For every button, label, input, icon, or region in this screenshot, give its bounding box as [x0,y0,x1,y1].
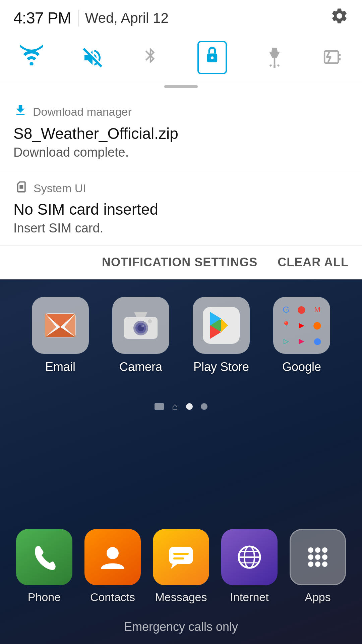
notification-download[interactable]: Download manager S8_Weather_Official.zip… [0,93,362,170]
app-email[interactable]: Email [30,297,90,374]
dock-contacts[interactable]: Contacts [82,529,143,604]
drag-handle [0,81,362,93]
page-menu-dot [155,403,164,410]
app-google-folder[interactable]: G ⬤ M 📍 ▶ ⬤ ▷ ▶ ⬤ Google [272,297,332,374]
status-date: Wed, April 12 [85,10,169,26]
svg-rect-52 [22,185,23,187]
svg-point-38 [308,561,313,567]
clear-all-button[interactable]: CLEAR ALL [278,255,349,269]
sim-body: Insert SIM card. [13,221,349,235]
download-title: S8_Weather_Official.zip [13,124,349,143]
dock: Phone Contacts Messages [0,529,362,604]
svg-line-46 [270,64,272,66]
page-dot-active [186,403,193,410]
time-date-divider [78,10,78,26]
svg-point-36 [315,554,320,560]
notification-sim[interactable]: System UI No SIM card inserted Insert SI… [0,170,362,246]
status-bar: 4:37 PM Wed, April 12 [0,0,362,34]
svg-line-47 [278,64,280,66]
contacts-icon [84,529,141,585]
svg-point-22 [107,547,119,559]
svg-point-39 [315,561,320,567]
drag-handle-bar [164,85,198,88]
svg-marker-11 [134,312,147,317]
svg-point-34 [322,547,327,553]
svg-point-15 [141,325,144,327]
svg-rect-51 [19,185,22,187]
google-folder-icon: G ⬤ M 📍 ▶ ⬤ ▷ ▶ ⬤ [273,297,330,354]
sim-app-icon [13,180,28,196]
screenlock-toggle[interactable] [197,41,227,74]
mute-toggle[interactable] [81,47,104,68]
download-body: Download complete. [13,145,349,160]
dock-internet[interactable]: Internet [219,529,280,604]
messages-icon [153,529,209,585]
phone-label: Phone [28,591,61,604]
contacts-label: Contacts [90,591,135,604]
app-camera[interactable]: Camera [111,297,171,374]
svg-point-37 [322,554,327,560]
camera-label: Camera [119,360,162,374]
battery-saver-toggle[interactable] [322,46,342,69]
app-playstore[interactable]: Play Store [191,297,251,374]
svg-point-41 [29,62,33,65]
apps-icon [290,529,346,585]
wifi-toggle[interactable] [20,45,43,70]
dock-messages[interactable]: Messages [151,529,211,604]
page-indicators: ⌂ [0,401,362,412]
internet-icon [221,529,278,585]
svg-point-40 [322,561,327,567]
settings-icon[interactable] [330,7,349,29]
status-bar-left: 4:37 PM Wed, April 12 [13,9,169,27]
playstore-label: Play Store [193,360,249,374]
app-grid: Email Camera [0,290,362,381]
email-label: Email [45,360,75,374]
svg-point-33 [315,547,320,553]
notification-panel: 4:37 PM Wed, April 12 [0,0,362,279]
camera-icon [112,297,169,354]
svg-rect-25 [173,553,189,555]
notif-download-header: Download manager [13,103,349,120]
download-app-name: Download manager [33,105,132,118]
playstore-icon [193,297,250,354]
svg-point-44 [210,56,214,59]
svg-marker-24 [171,564,178,569]
apps-label: Apps [305,591,331,604]
flashlight-toggle[interactable] [265,46,284,69]
messages-label: Messages [155,591,207,604]
page-home-dot: ⌂ [172,401,178,412]
notification-settings-button[interactable]: NOTIFICATION SETTINGS [102,255,257,269]
svg-rect-26 [173,557,184,559]
sim-title: No SIM card inserted [13,200,349,218]
quick-toggles-bar [0,34,362,81]
svg-point-16 [148,319,152,323]
google-folder-label: Google [282,360,321,374]
phone-icon [16,529,72,585]
dock-phone[interactable]: Phone [14,529,74,604]
sim-app-name: System UI [34,182,86,195]
svg-point-35 [308,554,313,560]
download-app-icon [13,103,27,120]
bluetooth-toggle[interactable] [142,46,159,69]
dock-apps[interactable]: Apps [288,529,348,604]
svg-rect-23 [169,547,193,564]
notif-sim-header: System UI [13,180,349,196]
svg-point-32 [308,547,313,553]
page-dot [201,403,207,410]
svg-rect-53 [19,187,23,189]
emergency-text: Emergency calls only [0,620,362,634]
internet-label: Internet [230,591,268,604]
email-icon [32,297,89,354]
status-time: 4:37 PM [13,9,71,27]
action-buttons-row: NOTIFICATION SETTINGS CLEAR ALL [0,246,362,279]
